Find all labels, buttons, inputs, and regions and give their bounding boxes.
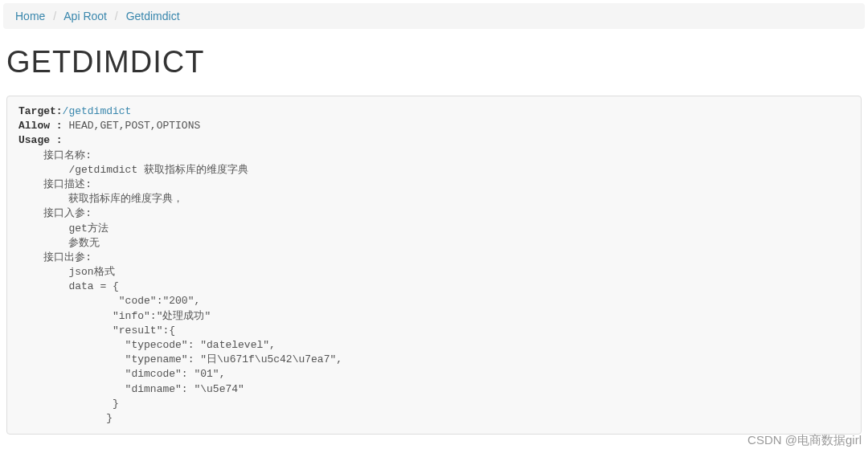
breadcrumb: Home / Api Root / Getdimdict xyxy=(3,3,865,29)
breadcrumb-getdimdict[interactable]: Getdimdict xyxy=(126,10,180,22)
breadcrumb-api-root[interactable]: Api Root xyxy=(63,10,107,22)
target-link[interactable]: /getdimdict xyxy=(63,105,132,117)
allow-label: Allow : xyxy=(18,120,63,132)
api-pre-block: Target:/getdimdict Allow : HEAD,GET,POST… xyxy=(18,104,850,426)
allow-value: HEAD,GET,POST,OPTIONS xyxy=(63,120,201,132)
api-body: 接口名称: /getdimdict 获取指标库的维度字典 接口描述: 获取指标库… xyxy=(18,149,342,424)
breadcrumb-home[interactable]: Home xyxy=(15,10,45,22)
page-title: GETDIMDICT xyxy=(6,45,868,80)
target-label: Target: xyxy=(18,105,63,117)
breadcrumb-separator: / xyxy=(115,10,118,22)
breadcrumb-separator: / xyxy=(53,10,56,22)
api-content-box: Target:/getdimdict Allow : HEAD,GET,POST… xyxy=(6,96,862,435)
usage-label: Usage : xyxy=(18,134,63,146)
